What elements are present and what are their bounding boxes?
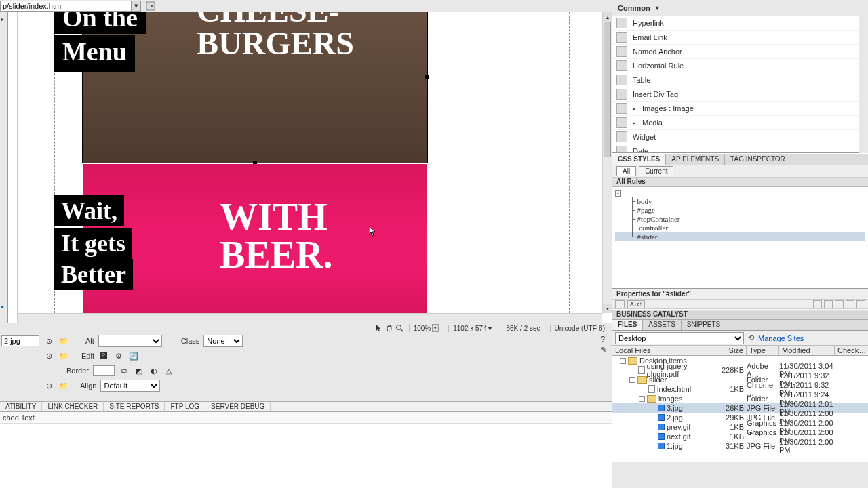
- zoom-tool-icon[interactable]: [395, 324, 403, 332]
- edit-rule-icon[interactable]: [835, 300, 844, 308]
- insert-panel-header[interactable]: Common ▼: [612, 0, 868, 16]
- browse-folder-icon-2[interactable]: 📁: [58, 350, 69, 361]
- col-local-files[interactable]: Local Files: [612, 346, 719, 355]
- col-checked[interactable]: Check…: [835, 346, 859, 355]
- manage-sites-link[interactable]: Manage Sites: [758, 334, 804, 342]
- point-to-file-icon-3[interactable]: ⊙: [43, 380, 54, 391]
- tab-ap-elements[interactable]: AP ELEMENTS: [666, 154, 725, 165]
- resize-handle-right[interactable]: [425, 75, 429, 79]
- col-size[interactable]: Size: [719, 346, 747, 355]
- tab-site-reports[interactable]: SITE REPORTS: [104, 402, 165, 411]
- new-rule-icon[interactable]: [824, 300, 833, 308]
- tab-snippets[interactable]: SNIPPETS: [682, 320, 726, 330]
- tag-marker[interactable]: ▸: [1, 304, 4, 310]
- connect-icon[interactable]: ⟲: [748, 333, 754, 342]
- insert-item-hyperlink[interactable]: Hyperlink: [612, 16, 868, 30]
- design-canvas[interactable]: On the Menu CHEESE- BURGERS Wait, It get…: [18, 12, 602, 313]
- insert-item-named-anchor[interactable]: Named Anchor: [612, 45, 868, 59]
- sharpen-icon[interactable]: △: [163, 365, 174, 376]
- src-field[interactable]: [1, 336, 39, 346]
- file-size: 31KB: [719, 442, 747, 450]
- css-rule-body[interactable]: ├ body: [615, 197, 865, 206]
- help-icon[interactable]: ?: [601, 335, 610, 343]
- quick-tag-icon[interactable]: ✎: [601, 346, 610, 354]
- attach-css-icon[interactable]: [813, 300, 822, 308]
- tab-tag-inspector[interactable]: TAG INSPECTOR: [725, 154, 791, 165]
- slider-image-2[interactable]: Wait, It gets Better WITH BEER.: [83, 164, 427, 313]
- tab-compat[interactable]: ATIBILITY: [0, 402, 42, 411]
- properties-panel: ⊙ 📁 Alt Class None ⊙ 📁 Edit 🅿 ⚙ 🔄 Border…: [0, 333, 612, 405]
- scroll-thumb[interactable]: [604, 22, 611, 157]
- insert-item-images-image[interactable]: ▸Images : Image: [612, 102, 868, 116]
- hand-tool-icon[interactable]: [385, 324, 393, 332]
- business-catalyst-header[interactable]: BUSINESS CATALYST: [612, 309, 868, 320]
- scroll-down-button[interactable]: ▾: [603, 304, 612, 313]
- insert-item-widget[interactable]: Widget: [612, 130, 868, 144]
- address-input[interactable]: [0, 1, 132, 12]
- anchor-icon: [616, 46, 627, 57]
- select-tool-icon[interactable]: [375, 324, 383, 332]
- border-field[interactable]: [93, 365, 115, 376]
- dropdown-icon[interactable]: ▼: [654, 5, 660, 12]
- css-mode-current[interactable]: Current: [639, 166, 673, 176]
- collapse-icon[interactable]: ▸: [1, 16, 4, 22]
- file-name: images: [658, 394, 682, 403]
- status-bar: 100%▾ 1102 x 574 ▾ 86K / 2 sec Unicode (…: [0, 323, 612, 333]
- css-rule-page[interactable]: ├ #page: [615, 206, 865, 215]
- tab-ftp-log[interactable]: FTP LOG: [165, 402, 205, 411]
- disable-css-icon[interactable]: [846, 300, 854, 308]
- browse-folder-icon-3[interactable]: 📁: [58, 380, 69, 391]
- svg-point-1: [396, 325, 401, 330]
- edit-settings-icon[interactable]: ⚙: [113, 350, 124, 361]
- insert-scrollbar[interactable]: [859, 16, 868, 153]
- edit-ps-icon[interactable]: 🅿: [98, 350, 109, 361]
- tab-server-debug[interactable]: SERVER DEBUG: [205, 402, 271, 411]
- crop-icon[interactable]: ⧉: [119, 365, 130, 376]
- canvas-hscrollbar[interactable]: [18, 313, 602, 323]
- zoom-value[interactable]: 100%▾: [409, 324, 443, 332]
- insert-item-insert-div-tag[interactable]: Insert Div Tag: [612, 87, 868, 102]
- tab-link-checker[interactable]: LINK CHECKER: [42, 402, 104, 411]
- slider-image-1[interactable]: On the Menu CHEESE- BURGERS: [83, 12, 427, 163]
- tab-files[interactable]: FILES: [612, 320, 643, 330]
- address-go-button[interactable]: [144, 1, 157, 12]
- show-list-icon[interactable]: A↓z↑: [627, 300, 645, 308]
- css-rule-controller[interactable]: ├ .controller: [615, 224, 865, 232]
- resample-icon[interactable]: ◩: [134, 365, 144, 376]
- tab-assets[interactable]: ASSETS: [643, 320, 681, 330]
- align-select[interactable]: Default: [100, 380, 160, 392]
- col-modified[interactable]: Modified: [779, 346, 835, 355]
- insert-item-table[interactable]: Table: [612, 73, 868, 87]
- insert-item-date[interactable]: Date: [612, 144, 868, 153]
- insert-item-horizontal-rule[interactable]: Horizontal Rule: [612, 59, 868, 73]
- brightness-icon[interactable]: ◐: [149, 365, 159, 376]
- site-select[interactable]: Desktop: [615, 332, 744, 344]
- show-category-icon[interactable]: [615, 300, 625, 308]
- expand-icon[interactable]: -: [615, 190, 621, 197]
- scroll-up-button[interactable]: ▴: [603, 12, 612, 22]
- class-select[interactable]: None: [203, 335, 243, 347]
- css-props-toolbar: A↓z↑: [612, 300, 868, 309]
- expand-icon[interactable]: -: [639, 396, 645, 402]
- css-rules-tree[interactable]: - ├ body ├ #page ├ #topContainer ├ .cont…: [612, 187, 868, 289]
- expand-icon[interactable]: -: [629, 377, 635, 383]
- file-row[interactable]: 1.jpg31KBJPG File11/30/2011 2:00 PM: [612, 441, 868, 451]
- insert-item-email-link[interactable]: Email Link: [612, 30, 868, 45]
- alt-select[interactable]: [98, 335, 162, 347]
- browse-folder-icon[interactable]: 📁: [58, 336, 69, 346]
- col-type[interactable]: Type: [747, 346, 779, 355]
- insert-item-media[interactable]: ▸Media: [612, 116, 868, 130]
- delete-rule-icon[interactable]: [856, 300, 865, 308]
- edit-update-icon[interactable]: 🔄: [128, 350, 139, 361]
- submenu-icon: ▸: [633, 120, 635, 126]
- css-rule-slider[interactable]: └ #slider: [615, 232, 865, 241]
- canvas-vscrollbar[interactable]: ▴ ▾: [602, 12, 612, 313]
- css-mode-all[interactable]: All: [616, 166, 636, 176]
- css-rule-style[interactable]: -: [615, 188, 865, 197]
- canvas-dimensions[interactable]: 1102 x 574 ▾: [448, 325, 496, 332]
- point-to-file-icon[interactable]: ⊙: [43, 336, 54, 346]
- address-dropdown[interactable]: ▾: [132, 1, 141, 12]
- css-rule-topContainer[interactable]: ├ #topContainer: [615, 215, 865, 224]
- point-to-file-icon-2[interactable]: ⊙: [43, 350, 54, 361]
- tab-css-styles[interactable]: CSS STYLES: [612, 154, 666, 165]
